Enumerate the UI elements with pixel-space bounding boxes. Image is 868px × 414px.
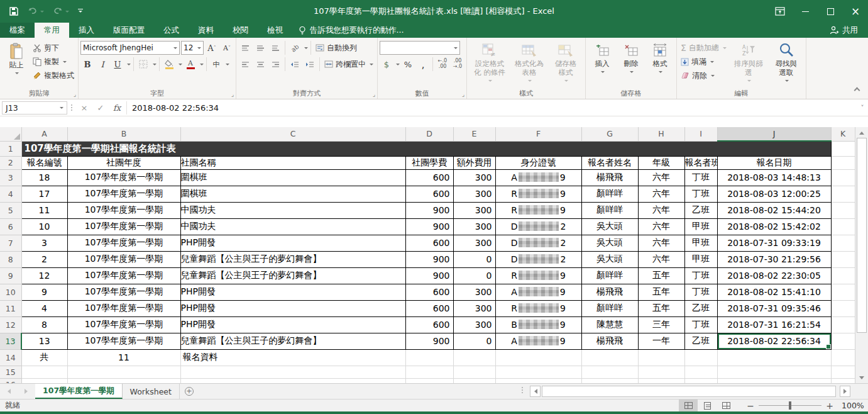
fill-button[interactable]: 填滿 (679, 55, 728, 69)
cell-H13[interactable]: 一年 (638, 333, 684, 349)
zoom-slider[interactable] (759, 405, 821, 406)
cell-C4[interactable]: 圍棋班 (180, 186, 405, 202)
cell-G4[interactable]: 顏咩咩 (581, 186, 638, 202)
cell-G3[interactable]: 楊飛飛 (581, 169, 638, 186)
row-header-16[interactable]: 16 (0, 378, 21, 383)
cell-A7[interactable]: 3 (21, 235, 67, 251)
customize-qat-button[interactable] (78, 9, 83, 14)
formula-bar-splitter[interactable] (67, 104, 76, 111)
cell-A10[interactable]: 9 (21, 284, 67, 300)
cell-F8[interactable]: D2 (495, 251, 581, 267)
decrease-font-size-button[interactable]: A˅ (220, 41, 234, 55)
cell-J2-header[interactable]: 報名日期 (717, 156, 831, 169)
bold-button[interactable]: B (80, 57, 94, 71)
cell-B11[interactable]: 107學年度第一學期 (67, 300, 180, 316)
column-header-K[interactable]: K (831, 127, 855, 141)
cell-E15[interactable] (453, 366, 495, 378)
cell-K9[interactable] (831, 267, 855, 284)
cell-I13[interactable]: 乙班 (684, 333, 717, 349)
cell-A3[interactable]: 18 (21, 169, 67, 186)
enter-entry-button[interactable]: ✓ (92, 101, 109, 115)
cell-J12[interactable]: 2018-07-31 16:21:54 (717, 316, 831, 333)
cell-K2[interactable] (831, 156, 855, 169)
conditional-formatting-button[interactable]: ≠ 設定格式化 的條件 (469, 40, 510, 85)
find-select-button[interactable]: 尋找與 選取 (769, 40, 804, 85)
cell-E2-header[interactable]: 額外費用 (453, 156, 495, 169)
cancel-entry-button[interactable]: × (76, 101, 92, 115)
paste-button[interactable]: 貼上 (2, 40, 31, 77)
cell-D13[interactable]: 900 (405, 333, 453, 349)
cell-H11[interactable]: 五年 (638, 300, 684, 316)
expand-formula-bar-button[interactable]: ˅ (857, 104, 868, 111)
cell-B12[interactable]: 107學年度第一學期 (67, 316, 180, 333)
cell-G12[interactable]: 陳慧慧 (581, 316, 638, 333)
row-header-15[interactable]: 15 (0, 366, 21, 378)
column-header-A[interactable]: A (21, 127, 67, 141)
cell-D15[interactable] (405, 366, 453, 378)
maximize-button[interactable] (818, 0, 843, 23)
cell-C10[interactable]: PHP開發 (180, 284, 405, 300)
tell-me-box[interactable]: 告訴我您想要執行的動作... (292, 23, 410, 38)
cell-H4[interactable]: 六年 (638, 186, 684, 202)
cell-F14[interactable] (495, 349, 581, 366)
cell-E5[interactable]: 300 (453, 202, 495, 218)
cell-G5[interactable]: 顏咩咩 (581, 202, 638, 218)
cell-H9[interactable]: 五年 (638, 267, 684, 284)
tab-file[interactable]: 檔案 (0, 23, 35, 38)
hscroll-right-button[interactable] (840, 386, 850, 397)
new-sheet-button[interactable]: + (180, 384, 199, 399)
zoom-level[interactable]: 100% (842, 401, 864, 410)
cell-G7[interactable]: 吳大頭 (581, 235, 638, 251)
cell-K4[interactable] (831, 186, 855, 202)
cell-E3[interactable]: 300 (453, 169, 495, 186)
cell-C2-header[interactable]: 社團名稱 (180, 156, 405, 169)
cell-K10[interactable] (831, 284, 855, 300)
cell-C11[interactable]: PHP開發 (180, 300, 405, 316)
cell-H7[interactable]: 六年 (638, 235, 684, 251)
ribbon-display-options-button[interactable] (767, 0, 793, 23)
row-header-12[interactable]: 12 (0, 316, 21, 333)
cell-J15[interactable] (717, 366, 831, 378)
cell-D11[interactable]: 600 (405, 300, 453, 316)
cell-F11[interactable]: R9 (495, 300, 581, 316)
align-right-button[interactable] (268, 57, 282, 71)
cell-B6[interactable]: 107學年度第一學期 (67, 218, 180, 235)
cut-button[interactable]: 剪下 (31, 41, 76, 55)
cell-A16[interactable] (21, 378, 67, 383)
cell-B2-header[interactable]: 社團年度 (67, 156, 180, 169)
column-header-F[interactable]: F (495, 127, 581, 141)
cell-I5[interactable]: 乙班 (684, 202, 717, 218)
column-header-G[interactable]: G (581, 127, 638, 141)
font-name-combobox[interactable]: Microsoft JhengHei (80, 41, 180, 55)
cell-E4[interactable]: 300 (453, 186, 495, 202)
cell-F9[interactable]: R9 (495, 267, 581, 284)
cell-E10[interactable]: 300 (453, 284, 495, 300)
zoom-slider-handle[interactable] (789, 401, 791, 410)
cell-I4[interactable]: 丁班 (684, 186, 717, 202)
tab-home[interactable]: 常用 (35, 23, 69, 38)
cell-A5[interactable]: 11 (21, 202, 67, 218)
sheet-nav-right-button[interactable] (18, 384, 35, 399)
percent-format-button[interactable]: % (401, 57, 415, 71)
wrap-text-button[interactable]: 自動換列 (314, 41, 359, 55)
cell-D16[interactable] (405, 378, 453, 383)
cell-J6[interactable]: 2018-08-02 15:42:02 (717, 218, 831, 235)
zoom-out-button[interactable]: − (745, 401, 756, 411)
cell-F4[interactable]: R9 (495, 186, 581, 202)
column-header-B[interactable]: B (67, 127, 180, 141)
cell-I11[interactable]: 乙班 (684, 300, 717, 316)
cell-B3[interactable]: 107學年度第一學期 (67, 169, 180, 186)
font-size-combobox[interactable]: 12 (181, 41, 204, 55)
cell-A14[interactable]: 共 (21, 349, 67, 366)
cell-H6[interactable]: 六年 (638, 218, 684, 235)
vertical-scrollbar[interactable] (855, 127, 868, 383)
cell-I9[interactable]: 丁班 (684, 267, 717, 284)
cell-H14[interactable] (638, 349, 684, 366)
cell-I7[interactable]: 甲班 (684, 235, 717, 251)
cell-B15[interactable] (67, 366, 180, 378)
fill-color-button[interactable] (162, 57, 176, 71)
cell-J4[interactable]: 2018-08-03 12:00:25 (717, 186, 831, 202)
row-header-1[interactable]: 1 (0, 141, 21, 156)
alignment-dialog-launcher[interactable]: ⌟ (373, 91, 375, 98)
cell-C9[interactable]: 兒童舞蹈【公主與王子的夢幻舞會】 (180, 267, 405, 284)
